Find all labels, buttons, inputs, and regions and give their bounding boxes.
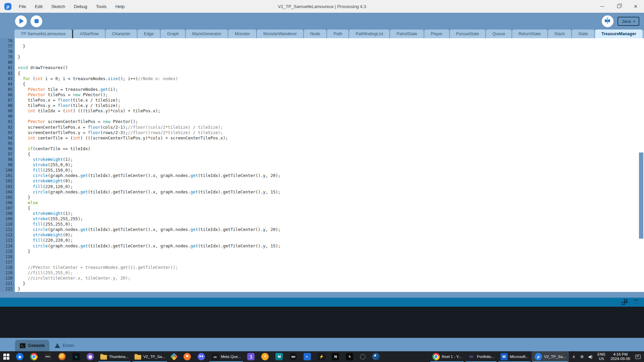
- explorer-window-thumbnails[interactable]: Thumbna...: [97, 351, 131, 362]
- menu-debug[interactable]: Debug: [74, 4, 87, 9]
- close-button[interactable]: ×: [627, 0, 644, 13]
- tab-stack[interactable]: Stack: [548, 29, 571, 38]
- line-number: 94: [0, 135, 15, 141]
- steam-button[interactable]: [369, 351, 383, 362]
- chrome-window-reel[interactable]: Reel 1 - Y...: [429, 351, 465, 362]
- tab-console[interactable]: >_ Console: [15, 340, 49, 351]
- tab-player[interactable]: Player: [424, 29, 449, 38]
- tab-errors[interactable]: Errors: [49, 340, 79, 351]
- volume-icon[interactable]: ◀): [588, 354, 592, 359]
- run-button[interactable]: [15, 15, 27, 27]
- bm-app-button[interactable]: BM: [286, 351, 300, 362]
- tab-returnstate[interactable]: ReturnState: [512, 29, 547, 38]
- code-text: PVector screenCenterTilePos = new PVecto…: [15, 119, 138, 124]
- code-text: tilePos.y = floor(tile.y / tileSize);: [15, 103, 120, 108]
- vs-window-portfolio[interactable]: ∞Portfolio...: [465, 351, 497, 362]
- line-number: 107: [0, 205, 15, 211]
- purple-app-button[interactable]: Ʒ: [244, 351, 258, 362]
- code-text: if(centerTile == tileIdx): [15, 146, 90, 152]
- tab-tp-samuellelamoureux[interactable]: TP SamuelleLamoureux: [14, 29, 73, 38]
- kite-app-button[interactable]: [168, 351, 180, 362]
- processing-window[interactable]: pV2_TP_Sa...: [532, 351, 569, 362]
- menu-tools[interactable]: Tools: [96, 4, 107, 9]
- tab-astarrow[interactable]: AStarRow: [73, 29, 105, 38]
- chrome-icon: [30, 353, 38, 360]
- powershell-button[interactable]: >_: [300, 351, 314, 362]
- code-text: {: [15, 205, 30, 211]
- game-mascot-button[interactable]: [55, 351, 69, 362]
- tab-queue[interactable]: Queue: [486, 29, 512, 38]
- tray-chevron-icon[interactable]: ∧: [572, 354, 575, 359]
- tab-edge[interactable]: Edge: [138, 29, 160, 38]
- code-text: screenCenterTilePos.y = floor(rows/2-3);…: [15, 130, 223, 135]
- code-text: }: [15, 286, 20, 292]
- tab-mazegenerator[interactable]: MazeGenerator: [186, 29, 228, 38]
- editor-scrollbar[interactable]: [639, 153, 643, 239]
- meta-quest-window[interactable]: ∞Meta Que...: [208, 351, 244, 362]
- code-line: 84 {: [0, 81, 644, 87]
- stop-button[interactable]: [31, 15, 42, 27]
- code-editor[interactable]: 7677 }7879}8081void drawTreasures()82{83…: [0, 38, 644, 292]
- code-text: }: [15, 44, 25, 49]
- copy-console-icon[interactable]: +: [622, 299, 628, 305]
- code-line: 104 circle(graph.nodes.get(tileIdx).getT…: [0, 189, 644, 195]
- tab-path[interactable]: Path: [327, 29, 348, 38]
- explorer-window-v2tp[interactable]: V2_TP_Sa...: [131, 351, 168, 362]
- menu-file[interactable]: File: [19, 4, 26, 9]
- menu-sketch[interactable]: Sketch: [51, 4, 65, 9]
- tab-graph[interactable]: Graph: [161, 29, 185, 38]
- tab-state[interactable]: State: [572, 29, 594, 38]
- minimize-button[interactable]: [594, 0, 610, 13]
- battlenet-button[interactable]: ◆: [13, 351, 27, 362]
- network-icon[interactable]: ⊕: [580, 354, 584, 359]
- line-number: 121: [0, 281, 15, 286]
- menu-help[interactable]: Help: [115, 4, 125, 9]
- code-text: }: [15, 249, 30, 254]
- date-label: 2024-09-05: [610, 357, 630, 361]
- github-desktop-button[interactable]: [83, 351, 97, 362]
- language-indicator[interactable]: ENG US: [597, 352, 605, 361]
- editor-console-divider[interactable]: [0, 292, 644, 298]
- clock[interactable]: 4:16 PM 2024-09-05: [610, 352, 630, 361]
- menu-edit[interactable]: Edit: [35, 4, 43, 9]
- tab-monsterwanderer[interactable]: MonsterWanderer: [257, 29, 303, 38]
- tab-pursuestate[interactable]: PursueState: [450, 29, 486, 38]
- code-line: 79}: [0, 54, 644, 60]
- tab-patrolstate[interactable]: PatrolState: [390, 29, 424, 38]
- code-text: stroke(255,0,0);: [15, 162, 73, 168]
- s-app-button[interactable]: ϟ: [342, 351, 357, 362]
- word-icon: W: [500, 353, 508, 360]
- maya-button[interactable]: M: [272, 351, 286, 362]
- start-button[interactable]: [0, 351, 13, 362]
- tab-monster[interactable]: Monster: [228, 29, 256, 38]
- minimize-icon: [600, 6, 604, 7]
- epic-games-button[interactable]: EPIC: [41, 351, 55, 362]
- line-number: 80: [0, 60, 15, 65]
- title-bar: p FileEditSketchDebugToolsHelp V2_TP_Sam…: [0, 0, 644, 13]
- tab-pathfindinglist[interactable]: PathfindingList: [349, 29, 389, 38]
- code-line: 117: [0, 259, 644, 265]
- notion-button[interactable]: N: [328, 351, 342, 362]
- mode-selector[interactable]: Java ▾: [618, 17, 640, 26]
- code-line: 109 stroke(255,255,255);: [0, 216, 644, 222]
- waveform-app-button[interactable]: ∿: [69, 351, 83, 362]
- tab-node[interactable]: Node: [304, 29, 327, 38]
- scroll-to-bottom-icon[interactable]: ↓: [634, 299, 639, 305]
- word-window[interactable]: WMicrosoft...: [497, 351, 532, 362]
- chrome-button[interactable]: [27, 351, 41, 362]
- code-line: 83 for (int i = 0; i < treasureNodes.siz…: [0, 76, 644, 81]
- console-output[interactable]: [0, 307, 644, 338]
- code-line: 114 circle(graph.nodes.get(tileIdx).getT…: [0, 243, 644, 249]
- pending-app-button[interactable]: [357, 351, 369, 362]
- discord-button[interactable]: [194, 351, 208, 362]
- s-app-icon: ϟ: [346, 353, 353, 360]
- tab-treasuremanager[interactable]: TreasureManager: [595, 29, 643, 38]
- orange-app-button[interactable]: [258, 351, 272, 362]
- lightning-app-button[interactable]: ⚡: [314, 351, 328, 362]
- line-number: 85: [0, 87, 15, 92]
- action-center-icon[interactable]: [635, 355, 641, 359]
- maximize-button[interactable]: [610, 0, 627, 13]
- tab-character[interactable]: Character: [106, 29, 137, 38]
- blender-button[interactable]: [180, 351, 194, 362]
- debug-button[interactable]: [602, 15, 613, 27]
